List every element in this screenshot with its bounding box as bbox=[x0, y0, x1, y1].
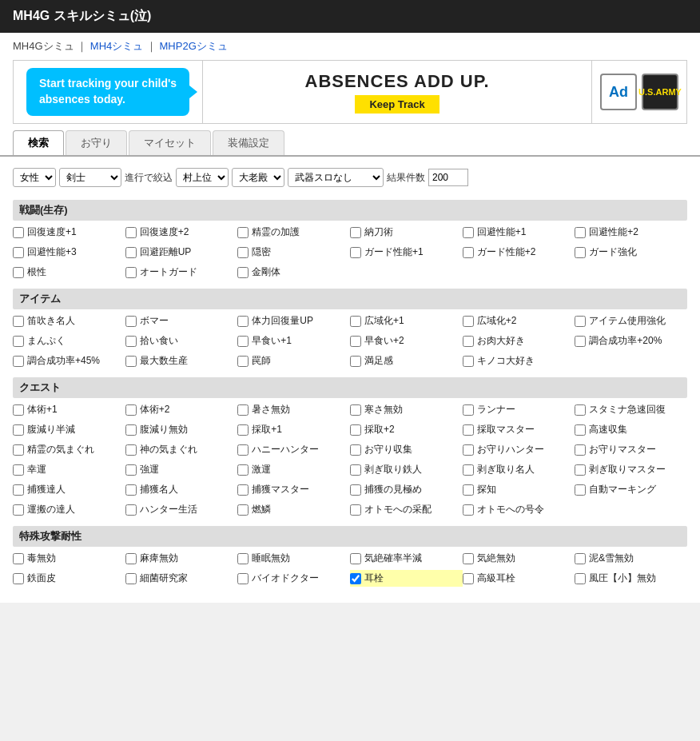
skill-checkbox-睡眠無効[interactable] bbox=[237, 553, 249, 564]
skill-checkbox-まんぷく[interactable] bbox=[13, 336, 24, 347]
skill-checkbox-お守りマスター[interactable] bbox=[575, 444, 586, 456]
skill-checkbox-お肉大好き[interactable] bbox=[463, 336, 474, 347]
skill-checkbox-寒さ無効[interactable] bbox=[350, 404, 361, 416]
tab-装備設定[interactable]: 装備設定 bbox=[213, 130, 284, 155]
skill-checkbox-回避性能+1[interactable] bbox=[463, 227, 474, 238]
skill-checkbox-回避距離UP[interactable] bbox=[125, 247, 137, 258]
skill-checkbox-オトモへの采配[interactable] bbox=[350, 504, 361, 516]
skill-checkbox-ガード性能+1[interactable] bbox=[350, 247, 361, 258]
skill-checkbox-幸運[interactable] bbox=[13, 464, 24, 476]
nav-link-mh4[interactable]: MH4シミュ bbox=[90, 40, 143, 52]
skill-checkbox-金剛体[interactable] bbox=[237, 267, 249, 278]
skill-checkbox-体術+2[interactable] bbox=[125, 404, 137, 416]
skill-item: 調合成功率+45% bbox=[13, 353, 125, 369]
skill-checkbox-採取+2[interactable] bbox=[350, 424, 361, 436]
skill-checkbox-泥&雪無効[interactable] bbox=[575, 553, 586, 564]
skill-checkbox-激運[interactable] bbox=[237, 464, 249, 476]
weapon-slot-select[interactable]: 武器スロなし武器スロ1武器スロ2武器スロ3 bbox=[288, 168, 384, 187]
skill-checkbox-捕獲名人[interactable] bbox=[125, 484, 137, 496]
skill-checkbox-オトモへの号令[interactable] bbox=[463, 504, 474, 516]
ad-keep-track-button[interactable]: Keep Track bbox=[355, 95, 439, 114]
skill-label: 回避性能+3 bbox=[27, 245, 77, 259]
skill-checkbox-耳栓[interactable] bbox=[350, 573, 361, 584]
skill-checkbox-笛吹き名人[interactable] bbox=[13, 316, 24, 327]
skill-checkbox-採取マスター[interactable] bbox=[463, 424, 474, 436]
skill-checkbox-回避性能+3[interactable] bbox=[13, 247, 24, 258]
skill-checkbox-高速収集[interactable] bbox=[575, 424, 586, 436]
skill-checkbox-広域化+2[interactable] bbox=[463, 316, 474, 327]
skill-checkbox-根性[interactable] bbox=[13, 267, 24, 278]
skill-checkbox-捕獲の見極め[interactable] bbox=[350, 484, 361, 496]
skill-checkbox-回復速度+2[interactable] bbox=[125, 227, 137, 238]
skill-label: 高速収集 bbox=[589, 423, 627, 436]
skill-checkbox-神の気まぐれ[interactable] bbox=[125, 444, 137, 456]
weapon-type-select[interactable]: 剣士ガンナー bbox=[59, 168, 121, 187]
skill-checkbox-納刀術[interactable] bbox=[350, 227, 361, 238]
skill-checkbox-燃鱗[interactable] bbox=[237, 504, 249, 516]
skill-checkbox-ランナー[interactable] bbox=[463, 404, 474, 416]
skill-checkbox-毒無効[interactable] bbox=[13, 553, 24, 564]
skill-item: 自動マーキング bbox=[575, 481, 687, 498]
skill-checkbox-早食い+2[interactable] bbox=[350, 336, 361, 347]
skill-checkbox-鉄面皮[interactable] bbox=[13, 573, 24, 584]
skill-checkbox-調合成功率+45%[interactable] bbox=[13, 356, 24, 367]
skill-checkbox-剥ぎ取り名人[interactable] bbox=[463, 464, 474, 476]
results-input[interactable] bbox=[428, 169, 468, 186]
skill-label: 調合成功率+45% bbox=[27, 354, 100, 368]
tab-マイセット[interactable]: マイセット bbox=[129, 130, 211, 155]
skill-checkbox-麻痺無効[interactable] bbox=[125, 553, 137, 564]
skill-checkbox-ガード性能+2[interactable] bbox=[463, 247, 474, 258]
skill-checkbox-回避性能+2[interactable] bbox=[575, 227, 586, 238]
skill-checkbox-スタミナ急速回復[interactable] bbox=[575, 404, 586, 416]
skill-checkbox-捕獲達人[interactable] bbox=[13, 484, 24, 496]
skill-checkbox-拾い食い[interactable] bbox=[125, 336, 137, 347]
skill-item: 毒無効 bbox=[13, 550, 125, 567]
skill-checkbox-捕獲マスター[interactable] bbox=[237, 484, 249, 496]
skill-checkbox-暑さ無効[interactable] bbox=[237, 404, 249, 416]
skill-checkbox-ボマー[interactable] bbox=[125, 316, 137, 327]
skill-checkbox-気絶確率半減[interactable] bbox=[350, 553, 361, 564]
skill-checkbox-アイテム使用強化[interactable] bbox=[575, 316, 586, 327]
skill-checkbox-体力回復量UP[interactable] bbox=[237, 316, 249, 327]
skill-checkbox-キノコ大好き[interactable] bbox=[463, 356, 474, 367]
skill-checkbox-腹減り無効[interactable] bbox=[125, 424, 137, 436]
skill-checkbox-探知[interactable] bbox=[463, 484, 474, 496]
skill-checkbox-剥ぎ取り鉄人[interactable] bbox=[350, 464, 361, 476]
skill-checkbox-腹減り半減[interactable] bbox=[13, 424, 24, 436]
skill-checkbox-精霊の気まぐれ[interactable] bbox=[13, 444, 24, 456]
skill-checkbox-調合成功率+20%[interactable] bbox=[575, 336, 586, 347]
skill-checkbox-バイオドクター[interactable] bbox=[237, 573, 249, 584]
tab-お守り[interactable]: お守り bbox=[66, 130, 127, 155]
skill-label: まんぷく bbox=[27, 334, 66, 348]
gender-select[interactable]: 女性男性 bbox=[13, 168, 56, 187]
tab-検索[interactable]: 検索 bbox=[13, 130, 64, 155]
nav-link-mhp2g[interactable]: MHP2Gシミュ bbox=[160, 40, 228, 52]
skill-checkbox-隠密[interactable] bbox=[237, 247, 249, 258]
skill-label: 運搬の達人 bbox=[27, 503, 75, 516]
skill-checkbox-早食い+1[interactable] bbox=[237, 336, 249, 347]
skill-checkbox-運搬の達人[interactable] bbox=[13, 504, 24, 516]
skill-checkbox-オートガード[interactable] bbox=[125, 267, 137, 278]
skill-checkbox-高級耳栓[interactable] bbox=[463, 573, 474, 584]
skill-checkbox-強運[interactable] bbox=[125, 464, 137, 476]
rank-select[interactable]: 大老殿緊急なし bbox=[232, 168, 284, 187]
skill-checkbox-広域化+1[interactable] bbox=[350, 316, 361, 327]
skill-checkbox-体術+1[interactable] bbox=[13, 404, 24, 416]
skill-checkbox-剥ぎ取りマスター[interactable] bbox=[575, 464, 586, 476]
skill-checkbox-自動マーキング[interactable] bbox=[575, 484, 586, 496]
skill-checkbox-採取+1[interactable] bbox=[237, 424, 249, 436]
skill-checkbox-お守りハンター[interactable] bbox=[463, 444, 474, 456]
skill-checkbox-ハンター生活[interactable] bbox=[125, 504, 137, 516]
skill-checkbox-満足感[interactable] bbox=[350, 356, 361, 367]
skill-checkbox-気絶無効[interactable] bbox=[463, 553, 474, 564]
skill-checkbox-ハニーハンター[interactable] bbox=[237, 444, 249, 456]
skill-checkbox-精霊の加護[interactable] bbox=[237, 227, 249, 238]
skill-checkbox-回復速度+1[interactable] bbox=[13, 227, 24, 238]
village-select[interactable]: 村上位村下位集会所 bbox=[176, 168, 229, 187]
skill-checkbox-最大数生産[interactable] bbox=[125, 356, 137, 367]
skill-checkbox-細菌研究家[interactable] bbox=[125, 573, 137, 584]
skill-checkbox-風圧【小】無効[interactable] bbox=[575, 573, 586, 584]
skill-checkbox-お守り収集[interactable] bbox=[350, 444, 361, 456]
skill-checkbox-罠師[interactable] bbox=[237, 356, 249, 367]
skill-checkbox-ガード強化[interactable] bbox=[575, 247, 586, 258]
